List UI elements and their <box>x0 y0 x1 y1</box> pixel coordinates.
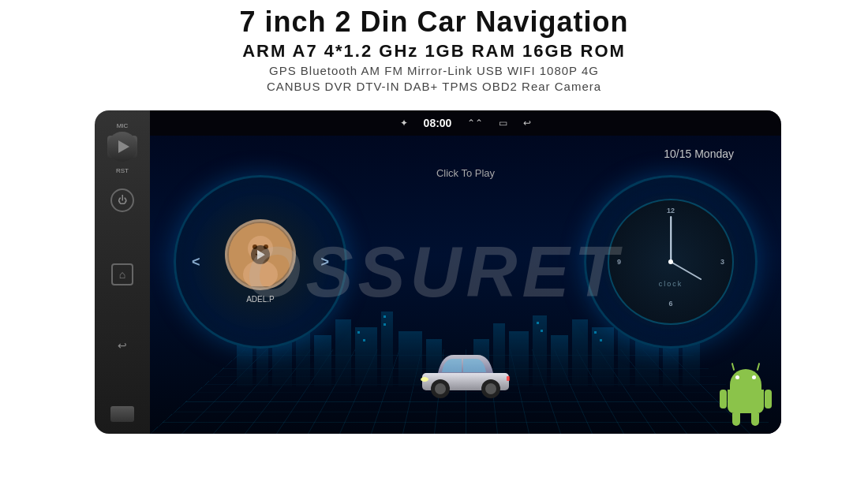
clock-num-3: 3 <box>720 258 724 266</box>
android-antenna-left <box>731 363 735 371</box>
play-button[interactable] <box>107 136 137 158</box>
back-icon: ↩ <box>118 339 127 352</box>
extra-button[interactable] <box>110 406 134 422</box>
specs-line: ARM A7 4*1.2 GHz 1GB RAM 16GB ROM <box>0 41 868 62</box>
svg-rect-40 <box>507 376 510 381</box>
music-player-circle[interactable]: ADEL.P < > <box>174 175 347 349</box>
clock-face: 12 3 6 9 clock <box>608 199 734 325</box>
android-left-leg <box>732 413 740 426</box>
back-status-icon: ↩ <box>523 118 531 129</box>
svg-rect-5 <box>335 319 351 386</box>
next-button[interactable]: > <box>320 253 329 270</box>
android-right-arm <box>765 390 772 409</box>
prev-button[interactable]: < <box>192 253 200 270</box>
clock-num-6: 6 <box>668 300 672 308</box>
android-right-eye <box>752 375 756 379</box>
svg-rect-15 <box>572 319 588 386</box>
back-button[interactable]: ↩ <box>111 337 133 354</box>
svg-rect-28 <box>383 323 386 326</box>
android-left-eye <box>735 375 739 379</box>
play-triangle-icon <box>118 140 129 153</box>
click-to-play-label[interactable]: Click To Play <box>436 167 495 179</box>
svg-rect-29 <box>537 322 539 324</box>
left-panel: MIC RST ⏻ ⌂ ↩ <box>95 110 150 434</box>
clock-label: clock <box>659 280 683 288</box>
bluetooth-icon: ✦ <box>400 118 408 129</box>
android-robot <box>718 363 773 426</box>
clock-num-9: 9 <box>617 258 621 266</box>
screen: ✦ 08:00 ⌃⌃ ▭ ↩ <box>150 110 781 434</box>
play-overlay[interactable] <box>251 245 270 264</box>
home-icon: ⌂ <box>119 268 125 281</box>
device-container: OSSURET MIC RST ⏻ ⌂ ↩ ✦ 08:00 ⌃⌃ ▭ <box>47 103 821 442</box>
window-icon: ▭ <box>499 118 507 129</box>
date-display: 10/15 Monday <box>664 147 734 160</box>
signal-icon: ⌃⌃ <box>467 118 483 129</box>
power-button[interactable]: ⏻ <box>110 188 134 212</box>
svg-rect-26 <box>363 339 365 341</box>
svg-point-38 <box>485 383 496 394</box>
power-icon: ⏻ <box>118 195 127 206</box>
main-title: 7 inch 2 Din Car Navigation <box>0 6 868 38</box>
clock-hour-hand <box>671 261 702 280</box>
svg-rect-31 <box>594 331 597 334</box>
clock-minute-hand <box>670 216 672 262</box>
home-button[interactable]: ⌂ <box>111 263 133 285</box>
cityscape-bg: Click To Play 10/15 Monday <box>150 136 781 434</box>
svg-rect-13 <box>533 315 547 386</box>
album-art <box>225 219 296 290</box>
android-body <box>728 390 764 413</box>
svg-point-39 <box>421 377 428 382</box>
features-line1: GPS Bluetooth AM FM Mirror-Link USB WIFI… <box>0 64 868 77</box>
status-bar: ✦ 08:00 ⌃⌃ ▭ ↩ <box>150 110 781 136</box>
svg-rect-32 <box>600 339 602 341</box>
features-line2: CANBUS DVR DTV-IN DAB+ TPMS OBD2 Rear Ca… <box>0 80 868 93</box>
svg-rect-7 <box>381 312 393 386</box>
play-btn-shape <box>107 132 137 162</box>
android-antenna-right <box>757 363 761 371</box>
rst-label: RST <box>116 167 129 174</box>
mic-label: MIC <box>117 122 129 129</box>
play-icon <box>257 250 265 259</box>
svg-rect-25 <box>357 331 360 334</box>
svg-rect-4 <box>314 335 331 386</box>
android-right-leg <box>751 413 759 426</box>
svg-rect-16 <box>592 327 614 386</box>
svg-rect-14 <box>551 335 568 386</box>
android-left-arm <box>720 390 727 409</box>
clock-num-12: 12 <box>667 207 675 215</box>
clock-center-dot <box>668 259 673 264</box>
android-head <box>730 369 761 390</box>
svg-point-36 <box>435 383 446 394</box>
svg-rect-30 <box>541 330 543 332</box>
car-shape <box>418 343 513 390</box>
clock-circle: 12 3 6 9 clock <box>584 175 758 349</box>
svg-rect-6 <box>355 327 377 386</box>
music-title: ADEL.P <box>246 295 275 304</box>
svg-rect-27 <box>383 315 386 318</box>
status-time: 08:00 <box>424 117 452 129</box>
header-section: 7 inch 2 Din Car Navigation ARM A7 4*1.2… <box>0 0 868 96</box>
